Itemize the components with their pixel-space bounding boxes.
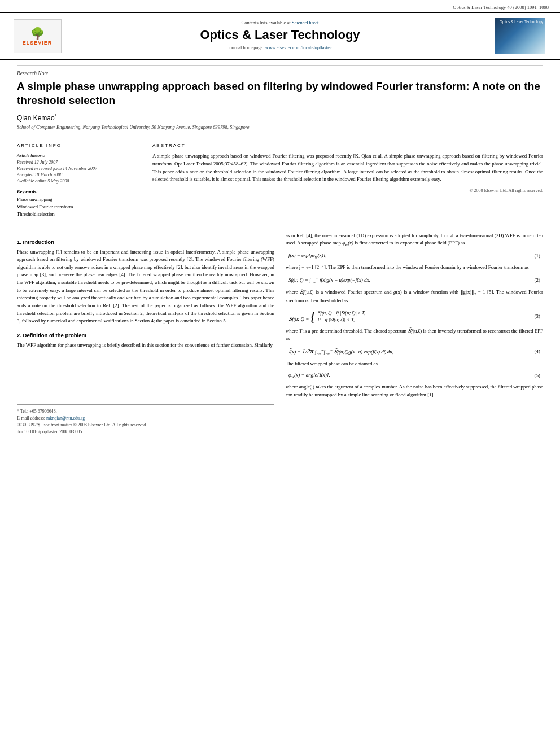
journal-center-info: Contents lists available at ScienceDirec… [65, 20, 495, 53]
article-info-column: ARTICLE INFO Article history: Received 1… [17, 143, 141, 217]
article-history: Article history: Received 12 July 2007 R… [17, 152, 141, 184]
sciencedirect-link[interactable]: ScienceDirect [292, 20, 319, 25]
eq3-number: (3) [523, 313, 540, 319]
cover-image: Optics & Laser Technology [495, 18, 551, 54]
footnote-email: E-mail address: mknqian@ntu.edu.sg [17, 415, 274, 422]
footnote-doi: doi:10.1016/j.optlastec.2008.03.005 [17, 429, 274, 435]
elsevier-wordmark: ELSEVIER [23, 40, 53, 46]
abstract-text: A simple phase unwrapping approach based… [152, 152, 543, 184]
abstract-column: ABSTRACT A simple phase unwrapping appro… [152, 143, 543, 217]
eq4-number: (4) [523, 348, 540, 354]
footnotes: * Tel.: +65 67906648. E-mail address: mk… [17, 404, 274, 435]
abstract-label: ABSTRACT [152, 143, 543, 148]
journal-reference: Optics & Laser Technology 40 (2008) 1091… [453, 5, 549, 10]
right-col-intro: as in Ref. [4], the one-dimensional (1D)… [286, 232, 543, 248]
eq3-content: S̄f(u; ζ) = { Sf(u, ζ)if |Sf(u; ζ)| ≥ T,… [288, 309, 523, 323]
homepage-line: journal homepage: www.elsevier.com/locat… [65, 45, 495, 50]
section1-para1: Phase unwrapping [1] remains to be an im… [17, 248, 274, 325]
right-col-text5: The filtered wrapped phase can be obtain… [286, 360, 543, 368]
article-info-abstract-section: ARTICLE INFO Article history: Received 1… [17, 137, 543, 224]
keyword-threshold: Threshold selection [17, 211, 141, 218]
available-date: Available online 5 May 2008 [17, 178, 141, 184]
elsevier-logo: 🌳 ELSEVIER [9, 19, 65, 53]
journal-cover: Optics & Laser Technology [495, 18, 545, 54]
eq1-content: f(x) = exp[jφW(x)], [288, 252, 523, 259]
body-right-column: as in Ref. [4], the one-dimensional (1D)… [286, 232, 543, 436]
section2-para1: The WFF algorithm for phase unwrapping i… [17, 342, 274, 350]
homepage-link[interactable]: www.elsevier.com/locate/optlastec [265, 45, 332, 50]
eq2-number: (2) [523, 277, 540, 283]
footnote-issn: 0030-3992/$ - see front matter © 2008 El… [17, 422, 274, 429]
main-content: Research Note A simple phase unwrapping … [0, 60, 560, 447]
equation-4: f̄(x) = 1/2π ∫−∞∞∫−∞∞ S̄f(u;ζ)g(x−u) exp… [286, 347, 543, 356]
keyword-windowed-fourier: Windowed Fourier transform [17, 203, 141, 211]
article-title: A simple phase unwrapping approach based… [17, 80, 543, 107]
right-col-text6: where angle(·) takes the argument of a c… [286, 383, 543, 399]
equation-5: φW(x) = angle[f̄(x)], (5) [286, 372, 543, 379]
section1-heading: 1. Introduction [17, 239, 274, 245]
keywords-section: Keywords: Phase unwrapping Windowed Four… [17, 189, 141, 217]
body-columns: 1. Introduction Phase unwrapping [1] rem… [17, 232, 543, 436]
right-col-text2: where j = √−1 [2–4]. The EPF is then tra… [286, 264, 543, 272]
revised-label: Received in revised form 14 November 200… [17, 165, 141, 172]
author-name: Qian Kemao* [17, 113, 543, 122]
history-label: Article history: [17, 152, 141, 159]
equation-1: f(x) = exp[jφW(x)], (1) [286, 252, 543, 259]
logo-box: 🌳 ELSEVIER [14, 19, 62, 53]
elsevier-logo-area: 🌳 ELSEVIER [9, 19, 65, 53]
equation-3: S̄f(u; ζ) = { Sf(u, ζ)if |Sf(u; ζ)| ≥ T,… [286, 309, 543, 323]
body-left-column: 1. Introduction Phase unwrapping [1] rem… [17, 232, 274, 436]
eq2-content: Sf(u; ζ) = ∫−∞∞ f(x)g(x − u)exp(−jζx) dx… [288, 276, 523, 284]
equation-2: Sf(u; ζ) = ∫−∞∞ f(x)g(x − u)exp(−jζx) dx… [286, 276, 543, 284]
eq4-content: f̄(x) = 1/2π ∫−∞∞∫−∞∞ S̄f(u;ζ)g(x−u) exp… [288, 347, 523, 356]
author-affiliation: School of Computer Engineering, Nanyang … [17, 124, 543, 130]
right-col-text4: where T is a pre-determined threshold. T… [286, 327, 543, 343]
right-col-text3: where S̃f(u,ζ) is a windowed Fourier spe… [286, 289, 543, 305]
copyright-line: © 2008 Elsevier Ltd. All rights reserved… [152, 188, 543, 193]
accepted-date: Accepted 18 March 2008 [17, 172, 141, 178]
journal-title-header: Optics & Laser Technology [65, 28, 495, 42]
article-type-label: Research Note [17, 65, 543, 76]
eq1-number: (1) [523, 253, 540, 259]
cover-title: Optics & Laser Technology [497, 20, 543, 24]
article-info-label: ARTICLE INFO [17, 143, 141, 148]
page: Optics & Laser Technology 40 (2008) 1091… [0, 0, 560, 747]
footnote-tel: * Tel.: +65 67906648. [17, 408, 274, 415]
email-link[interactable]: mknqian@ntu.edu.sg [46, 416, 85, 421]
eq5-content: φW(x) = angle[f̄(x)], [288, 372, 523, 379]
section2-heading: 2. Definition of the problem [17, 332, 274, 338]
keyword-phase-unwrapping: Phase unwrapping [17, 196, 141, 203]
eq5-number: (5) [523, 373, 540, 378]
journal-header: 🌳 ELSEVIER Contents lists available at S… [0, 13, 560, 60]
journal-meta: Optics & Laser Technology 40 (2008) 1091… [0, 0, 560, 13]
keywords-label: Keywords: [17, 189, 141, 194]
contents-line: Contents lists available at ScienceDirec… [65, 20, 495, 25]
received-date: Received 12 July 2007 [17, 159, 141, 165]
tree-icon: 🌳 [30, 27, 45, 40]
